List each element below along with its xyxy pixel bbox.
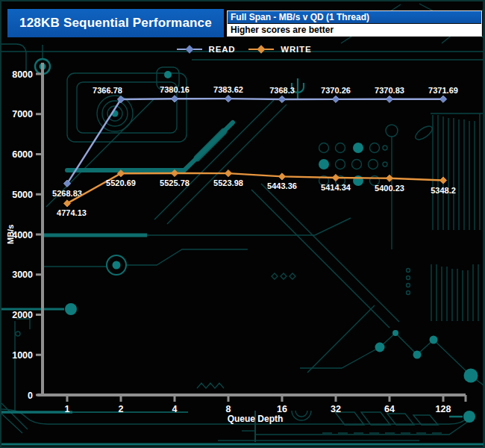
- read-line: [67, 99, 443, 184]
- y-tick-label: 2000: [12, 310, 33, 320]
- y-axis-title: MB/s: [6, 225, 15, 244]
- write-point-marker: [278, 173, 285, 180]
- data-label: 7370.83: [375, 86, 404, 95]
- write-point-marker: [225, 169, 231, 176]
- data-label: 5348.2: [431, 186, 456, 195]
- legend-label-read: READ: [209, 45, 236, 54]
- read-point-marker: [386, 96, 392, 102]
- data-label: 7370.26: [321, 86, 351, 95]
- data-label: 5400.23: [375, 184, 404, 193]
- y-tick-label: 0: [28, 391, 33, 401]
- read-point-marker: [278, 96, 285, 102]
- data-label: 5268.83: [52, 189, 82, 198]
- y-tick-label: 4000: [12, 230, 33, 240]
- data-label: 5525.78: [160, 178, 190, 187]
- y-tick-label: 8000: [12, 69, 33, 80]
- write-point-marker: [171, 169, 178, 176]
- write-point-marker: [439, 177, 446, 184]
- data-label: 4774.13: [57, 208, 87, 217]
- x-tick-label: 8: [226, 404, 231, 414]
- chart-subtitle-box: Full Span - MB/s v QD (1 Thread) Higher …: [227, 10, 482, 37]
- data-label: 5414.34: [321, 183, 351, 192]
- data-label: 5520.69: [106, 178, 136, 187]
- legend-item-write: WRITE: [248, 45, 311, 54]
- read-point-marker: [439, 96, 446, 102]
- data-label: 5443.36: [267, 181, 297, 190]
- write-point-marker: [117, 170, 124, 177]
- write-series-marker-icon: [248, 49, 274, 50]
- y-tick-label: 1000: [12, 350, 33, 361]
- data-label: 7368.3: [269, 86, 295, 95]
- x-tick-label: 128: [436, 404, 451, 414]
- write-point-marker: [63, 200, 70, 207]
- legend: READ WRITE: [1, 44, 485, 55]
- data-label: 7366.78: [93, 86, 122, 95]
- benchmark-chart-panel: 128KB Sequential Performance Full Span -…: [0, 0, 485, 448]
- x-tick-label: 32: [331, 404, 341, 414]
- x-tick-label: 16: [277, 404, 287, 414]
- x-tick-label: 64: [384, 404, 395, 414]
- line-chart: 0100020003000400050006000700080001248163…: [1, 1, 485, 448]
- y-tick-label: 5000: [12, 190, 33, 200]
- read-series-marker-icon: [177, 49, 202, 50]
- legend-item-read: READ: [177, 45, 236, 54]
- y-tick-label: 7000: [12, 109, 33, 119]
- x-tick-label: 4: [172, 404, 178, 414]
- data-label: 5523.98: [213, 178, 243, 187]
- write-point-marker: [386, 175, 392, 181]
- read-point-marker: [332, 96, 339, 102]
- chart-subtitle: Full Span - MB/s v QD (1 Thread): [228, 11, 481, 24]
- legend-label-write: WRITE: [281, 45, 311, 54]
- data-label: 7371.69: [428, 86, 458, 95]
- read-point-marker: [171, 96, 178, 102]
- data-label: 7383.62: [213, 85, 243, 94]
- data-label: 7380.16: [160, 85, 190, 94]
- x-axis-title: Queue Depth: [181, 414, 330, 424]
- y-tick-label: 3000: [12, 270, 33, 280]
- x-tick-label: 2: [119, 404, 124, 414]
- chart-note: Higher scores are better: [228, 24, 481, 36]
- x-tick-label: 1: [65, 404, 70, 414]
- write-point-marker: [332, 174, 339, 181]
- chart-title: 128KB Sequential Performance: [7, 9, 224, 37]
- y-tick-label: 6000: [12, 149, 33, 160]
- read-point-marker: [225, 96, 231, 102]
